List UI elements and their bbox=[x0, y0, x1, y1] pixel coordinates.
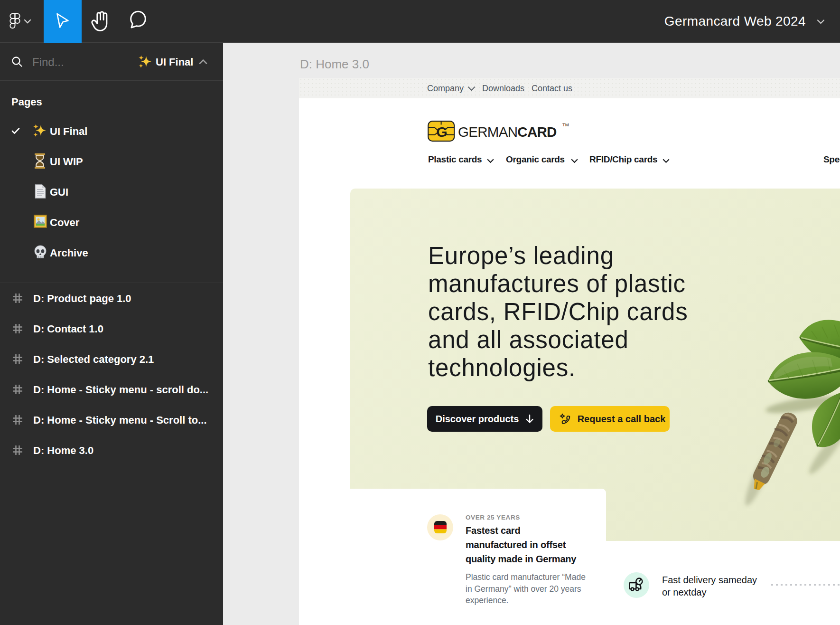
svg-text:G: G bbox=[436, 124, 447, 140]
svg-text:GERMANCARD: GERMANCARD bbox=[458, 124, 557, 140]
svg-text:TM: TM bbox=[562, 122, 569, 127]
